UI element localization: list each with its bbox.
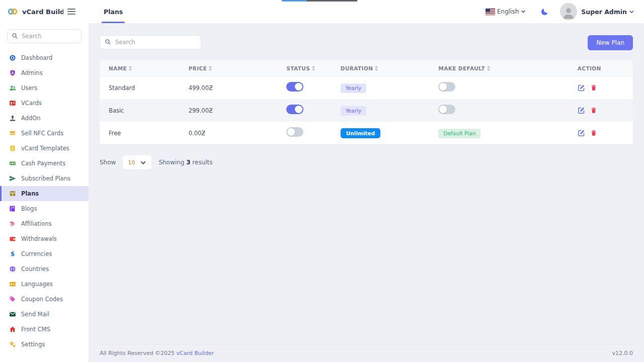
summary-prefix: Showing — [158, 159, 184, 166]
sidebar-item-front-cms[interactable]: Front CMS — [0, 322, 89, 337]
sidebar-item-blogs[interactable]: Blogs — [0, 201, 89, 216]
delete-button[interactable] — [590, 129, 597, 137]
tags-icon — [9, 296, 16, 303]
edit-button[interactable] — [578, 129, 585, 137]
trash-icon — [590, 107, 597, 114]
status-toggle[interactable] — [286, 105, 303, 114]
sidebar-item-sell-nfc-cards[interactable]: Sell NFC Cards — [0, 126, 89, 141]
sidebar-item-label: Languages — [21, 281, 53, 288]
sidebar-item-label: Sell NFC Cards — [21, 130, 63, 137]
status-toggle[interactable] — [286, 127, 303, 137]
sidebar-item-coupon-codes[interactable]: Coupon Codes — [0, 292, 89, 307]
table-row: Basic 299.00Ƶ Yearly — [100, 99, 633, 122]
sort-icon — [312, 66, 315, 71]
column-header-name[interactable]: NAME — [109, 65, 189, 71]
table-search — [100, 35, 201, 49]
sidebar-item-subscribed-plans[interactable]: Subscribed Plans — [0, 171, 89, 186]
coins-icon — [9, 220, 16, 228]
column-label: PRICE — [189, 65, 207, 71]
sidebar: Dashboard Admins Users VCards AddOn Sell… — [0, 23, 89, 362]
moon-icon — [540, 8, 549, 16]
person-icon — [561, 5, 576, 20]
sidebar-item-withdrawals[interactable]: Withdrawals — [0, 231, 89, 246]
dollar-icon: $ — [9, 250, 16, 258]
tab-label: Plans — [104, 8, 123, 16]
topbar-right: English Super Admin — [486, 3, 644, 20]
sidebar-item-label: Admins — [21, 69, 43, 76]
chevron-down-icon — [520, 9, 526, 15]
status-toggle[interactable] — [286, 82, 303, 92]
column-label: ACTION — [578, 65, 601, 71]
cards-icon — [9, 130, 16, 137]
copyright: All Rights Reserved ©2025 vCard Builder — [100, 350, 214, 356]
sidebar-item-countries[interactable]: Countries — [0, 261, 89, 277]
make-default-cell: Default Plan — [438, 128, 577, 138]
sidebar-search-input[interactable] — [7, 29, 82, 43]
sidebar-item-settings[interactable]: Settings — [0, 337, 89, 352]
loading-bar-track — [307, 0, 357, 2]
duration-badge: Yearly — [341, 106, 366, 116]
sidebar-item-languages[interactable]: Aa Languages — [0, 277, 89, 292]
shield-icon — [9, 69, 16, 77]
avatar — [560, 3, 577, 20]
brand: vCard Builde... — [0, 6, 89, 17]
loading-bar-progress — [282, 0, 307, 2]
column-header-status[interactable]: STATUS — [286, 65, 341, 71]
make-default-toggle[interactable] — [438, 105, 455, 114]
sidebar-item-label: Dashboard — [21, 54, 52, 61]
loading-bar — [282, 0, 357, 2]
table-search-input[interactable] — [100, 35, 201, 49]
search-icon — [105, 39, 111, 45]
column-header-make-default[interactable]: MAKE DEFAULT — [438, 65, 577, 71]
per-page-select[interactable]: 10 — [123, 155, 151, 169]
make-default-cell — [438, 105, 577, 116]
column-label: MAKE DEFAULT — [438, 65, 485, 71]
search-icon — [12, 33, 18, 39]
sort-icon — [209, 66, 212, 71]
new-plan-button[interactable]: New Plan — [588, 35, 633, 50]
delete-button[interactable] — [590, 84, 597, 92]
sidebar-item-affiliations[interactable]: Affiliations — [0, 216, 89, 231]
sidebar-item-send-mail[interactable]: Send Mail — [0, 307, 89, 322]
sidebar-item-label: Coupon Codes — [21, 296, 63, 303]
default-plan-badge: Default Plan — [438, 129, 480, 138]
sidebar-item-addon[interactable]: AddOn — [0, 111, 89, 126]
send-icon — [9, 175, 16, 183]
user-name: Super Admin — [581, 8, 627, 16]
sidebar-item-vcard-templates[interactable]: vCard Templates — [0, 141, 89, 156]
sidebar-item-vcards[interactable]: VCards — [0, 96, 89, 111]
tab-plans[interactable]: Plans — [104, 0, 123, 23]
main-content: New Plan NAME PRICE STATUS DURATION MAKE… — [89, 23, 644, 362]
user-menu[interactable]: Super Admin — [560, 3, 635, 20]
results-summary: Showing 3 results — [158, 159, 212, 166]
sidebar-item-label: Countries — [21, 265, 49, 273]
chevron-down-icon — [628, 9, 635, 15]
column-header-price[interactable]: PRICE — [189, 65, 287, 71]
delete-button[interactable] — [590, 107, 597, 114]
column-label: DURATION — [341, 65, 373, 71]
make-default-toggle[interactable] — [438, 82, 455, 92]
sidebar-item-label: Affiliations — [21, 220, 51, 227]
table-header: NAME PRICE STATUS DURATION MAKE DEFAULT … — [100, 60, 633, 76]
sidebar-item-currencies[interactable]: $ Currencies — [0, 246, 89, 261]
edit-button[interactable] — [578, 84, 585, 92]
column-header-action[interactable]: ACTION — [578, 65, 624, 71]
globe-icon — [9, 265, 16, 273]
dark-mode-toggle[interactable] — [540, 8, 549, 16]
sidebar-item-cash-payments[interactable]: Cash Payments — [0, 156, 89, 171]
sidebar-item-users[interactable]: Users — [0, 80, 89, 96]
hamburger-menu-icon[interactable] — [67, 9, 75, 15]
sidebar-item-plans[interactable]: Plans — [0, 186, 89, 201]
edit-icon — [578, 107, 585, 114]
sidebar-item-label: vCard Templates — [21, 145, 69, 152]
column-header-duration[interactable]: DURATION — [341, 65, 439, 71]
sidebar-item-label: VCards — [21, 100, 42, 107]
sidebar-item-dashboard[interactable]: Dashboard — [0, 50, 89, 65]
sidebar-item-label: Settings — [21, 341, 45, 348]
sidebar-menu: Dashboard Admins Users VCards AddOn Sell… — [0, 50, 89, 352]
column-label: STATUS — [286, 65, 310, 71]
language-selector[interactable]: English — [486, 8, 526, 15]
sidebar-item-admins[interactable]: Admins — [0, 65, 89, 80]
footer-brand-link[interactable]: vCard Builder — [177, 350, 214, 356]
edit-button[interactable] — [578, 107, 585, 114]
